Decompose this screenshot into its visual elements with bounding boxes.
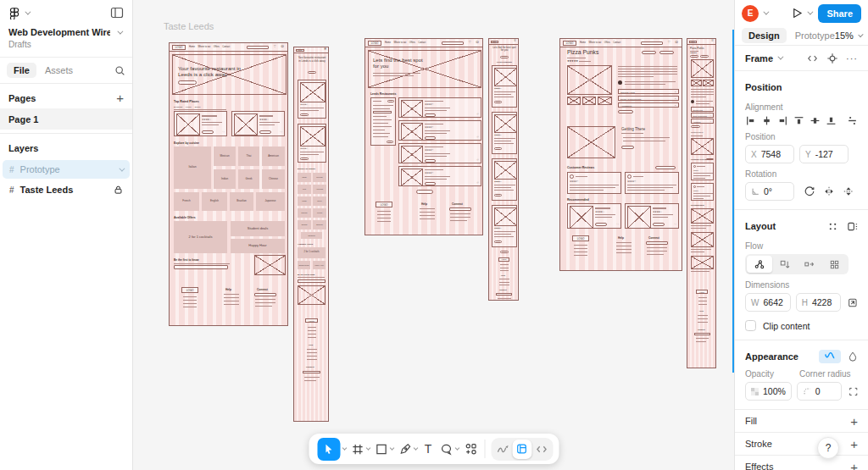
add-effect-button[interactable]: + [850, 461, 858, 470]
actions-tool[interactable] [461, 437, 480, 461]
file-menu-chevron-icon[interactable] [117, 28, 123, 34]
help-button[interactable]: ? [817, 437, 839, 459]
layer-item-prototype[interactable]: # Prototype [3, 160, 130, 179]
align-horizontal-center-icon[interactable] [761, 115, 772, 126]
opacity-input[interactable]: 100% [745, 382, 792, 401]
layer-name[interactable]: Taste Leeds [20, 185, 74, 195]
toggle-sidebar-icon[interactable] [110, 7, 124, 19]
page-item-page-1[interactable]: Page 1 [0, 108, 132, 130]
dev-mode-button[interactable] [531, 440, 551, 459]
draw-mode-button[interactable] [492, 440, 512, 459]
shape-tool[interactable] [372, 437, 396, 461]
flip-horizontal-icon[interactable] [823, 185, 835, 197]
move-tool[interactable] [314, 437, 348, 461]
main-menu-chevron-icon[interactable] [25, 8, 31, 14]
wireframe-home-mobile[interactable]: LOGO ☰ Your favourite restaurant in Leed… [293, 47, 329, 422]
person-icon: ⊙ [476, 41, 479, 44]
avatar[interactable]: E [742, 5, 759, 22]
button-placeholder [700, 55, 709, 58]
present-chevron-icon[interactable] [808, 9, 814, 15]
height-input[interactable]: H4228 [796, 293, 842, 312]
align-left-icon[interactable] [745, 115, 756, 126]
tidy-up-icon[interactable] [847, 115, 858, 126]
text-line-placeholder [498, 298, 511, 299]
wireframe-logo: LOGO [498, 257, 509, 262]
tab-assets[interactable]: Assets [45, 65, 73, 75]
code-icon[interactable] [806, 53, 819, 64]
wireframe-detail-mobile[interactable]: LOGO ☰ Pizza Punks ★★★★★ Opening Hours ⌄… [687, 38, 716, 368]
independent-corners-icon[interactable] [849, 386, 858, 397]
wireframe-detail-desktop[interactable]: LOGO HomeWhere to eatOffersContact ♡ ⊙ P… [559, 38, 682, 271]
pen-tool[interactable] [396, 437, 420, 461]
layer-name[interactable]: Prototype [20, 164, 60, 174]
wireframe-listing-desktop[interactable]: LOGO HomeWhere to eatOffersContact ♡ ⊙ L… [364, 38, 483, 235]
wireframe-home-desktop[interactable]: LOGO HomeWhere to eatOffersContact ♡ ⊙ Y… [169, 42, 288, 326]
image-placeholder [570, 206, 593, 229]
wireframe-listing-mobile[interactable]: LOGO ☰ Lets find the best spot for you L… [488, 38, 519, 301]
present-icon[interactable] [791, 7, 804, 19]
rotation-input[interactable]: 0° [745, 182, 794, 201]
position-target-icon[interactable] [826, 53, 838, 64]
share-button[interactable]: Share [818, 4, 861, 23]
add-fill-button[interactable]: + [850, 415, 858, 428]
file-location[interactable]: Drafts [8, 40, 124, 49]
flow-horizontal-option[interactable] [797, 256, 822, 273]
lock-icon[interactable] [114, 185, 123, 195]
tab-design[interactable]: Design [742, 28, 787, 43]
button-placeholder [373, 111, 392, 113]
align-bottom-icon[interactable] [826, 115, 837, 126]
flow-grid-option[interactable] [822, 256, 848, 273]
zoom-chevron-icon[interactable] [858, 31, 863, 36]
left-sidebar-top [0, 0, 132, 25]
zoom-level[interactable]: 15% [835, 30, 854, 41]
align-top-icon[interactable] [793, 115, 804, 126]
align-vertical-center-icon[interactable] [810, 115, 821, 126]
figma-logo-icon[interactable] [8, 7, 20, 19]
auto-layout-icon[interactable] [847, 221, 858, 232]
pen-tool-chevron-icon[interactable] [413, 445, 418, 451]
flow-vertical-option[interactable] [772, 256, 798, 273]
frame-tool-chevron-icon[interactable] [365, 445, 370, 451]
card-placeholder: Dietary Requirements ⌄ [691, 113, 714, 118]
account-chevron-icon[interactable] [763, 9, 769, 15]
grid-layout-icon[interactable] [827, 221, 838, 232]
canvas[interactable]: Taste Leeds LOGO HomeWhere to eatOffersC… [133, 0, 734, 470]
width-input[interactable]: W6642 [745, 293, 791, 312]
flow-freeform-option[interactable] [747, 256, 772, 273]
selection-chevron-icon[interactable] [777, 54, 783, 60]
file-name[interactable]: Web Development Wirefra... [8, 27, 110, 37]
card-placeholder: ★★★★☆ [298, 124, 326, 163]
file-title-block[interactable]: Web Development Wirefra... Drafts [0, 25, 132, 58]
text-line-placeholder [618, 74, 677, 75]
flip-vertical-icon[interactable] [843, 185, 854, 197]
design-mode-button[interactable] [512, 440, 531, 459]
add-page-button[interactable]: + [116, 91, 124, 104]
move-tool-chevron-icon[interactable] [342, 445, 347, 451]
comment-tool[interactable] [437, 437, 461, 461]
more-options-icon[interactable]: ··· [846, 53, 858, 64]
rotate-icon[interactable] [804, 185, 815, 197]
frame-tool[interactable] [348, 437, 372, 461]
layer-item-taste-leeds[interactable]: # Taste Leeds [0, 180, 132, 199]
align-right-icon[interactable] [777, 115, 788, 126]
toolbar-divider [484, 440, 485, 458]
corner-radius-input[interactable]: 0 [797, 382, 842, 401]
x-position-input[interactable]: X7548 [745, 145, 794, 163]
selection-type[interactable]: Frame [745, 53, 773, 64]
styles-variables-icon[interactable] [819, 350, 841, 363]
blend-mode-icon[interactable] [848, 351, 858, 362]
clip-content-checkbox[interactable] [745, 320, 756, 331]
add-stroke-button[interactable]: + [850, 438, 858, 451]
shape-tool-chevron-icon[interactable] [389, 445, 394, 451]
category-tile: Chinese [262, 169, 285, 189]
text-line-placeholder [425, 133, 447, 134]
layer-collapse-chevron-icon[interactable] [119, 165, 125, 171]
comment-tool-chevron-icon[interactable] [454, 445, 459, 451]
resize-proportions-icon[interactable] [848, 297, 858, 308]
tab-prototype[interactable]: Prototype [795, 30, 835, 41]
text-tool[interactable]: T [420, 437, 437, 461]
tab-file[interactable]: File [7, 63, 36, 78]
search-icon[interactable] [114, 65, 125, 76]
frame-label[interactable]: Taste Leeds [164, 21, 214, 31]
y-position-input[interactable]: Y-127 [799, 145, 849, 163]
